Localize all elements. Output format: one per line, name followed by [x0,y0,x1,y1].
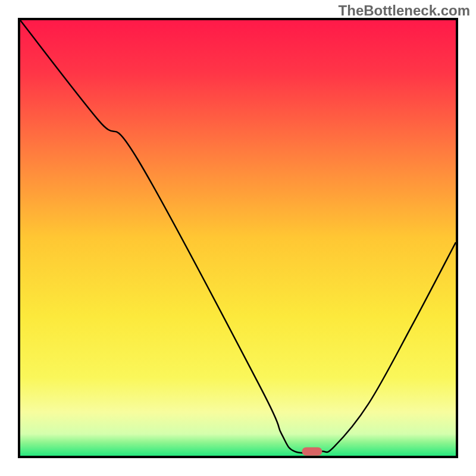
chart-plot-area [18,18,458,458]
optimal-marker [302,447,322,456]
gradient-background [20,20,456,456]
watermark-text: TheBottleneck.com [339,2,470,19]
chart-svg [20,20,456,456]
